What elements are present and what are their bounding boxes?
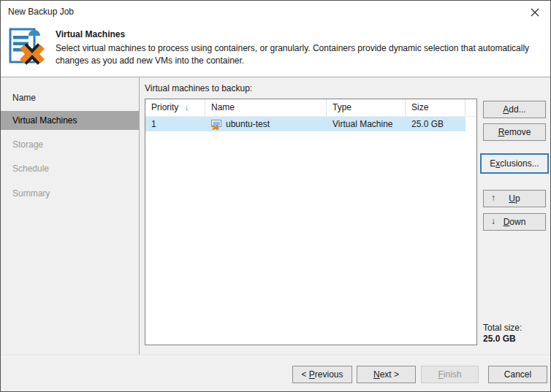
vm-list-label: Virtual machines to backup: xyxy=(145,83,252,93)
previous-button[interactable]: < Previous xyxy=(292,366,352,383)
column-label: Size xyxy=(411,102,428,112)
sidebar-item-name[interactable]: Name xyxy=(1,88,140,107)
down-arrow-icon: ↓ xyxy=(491,214,495,229)
step-description-line1: Select virtual machines to process using… xyxy=(56,42,529,55)
total-size-value: 25.0 GB xyxy=(483,334,516,344)
exclusions-button[interactable]: Exclusions... xyxy=(480,153,549,174)
wizard-steps-sidebar: Name Virtual Machines Storage Schedule S… xyxy=(1,77,140,355)
sort-desc-icon: ↓ xyxy=(184,102,189,112)
table-row[interactable]: 1 ubuntu-test Virtual Machine 25.0 GB xyxy=(145,117,466,131)
step-description: Select virtual machines to process using… xyxy=(56,42,529,67)
up-arrow-icon: ↑ xyxy=(491,191,495,206)
vm-icon xyxy=(210,118,222,130)
sidebar-item-summary[interactable]: Summary xyxy=(1,184,140,203)
column-label: Name xyxy=(211,102,235,112)
new-backup-job-dialog: New Backup Job Virtual Machines Select v… xyxy=(0,0,551,392)
sidebar-item-virtual-machines[interactable]: Virtual Machines xyxy=(1,111,140,130)
cell-type: Virtual Machine xyxy=(327,117,406,131)
cell-priority: 1 xyxy=(145,117,205,131)
move-up-button[interactable]: ↑Up xyxy=(483,190,546,207)
finish-button: Finish xyxy=(421,366,479,383)
window-title: New Backup Job xyxy=(8,1,74,23)
table-header: Priority↓ Name Type Size xyxy=(145,99,476,117)
titlebar: New Backup Job xyxy=(1,1,550,23)
add-button[interactable]: Add... xyxy=(483,101,546,118)
wizard-header: Virtual Machines Select virtual machines… xyxy=(1,23,550,77)
column-header-type[interactable]: Type xyxy=(327,99,406,116)
backup-job-icon xyxy=(7,26,46,66)
step-description-line2: changes as you add new VMs into the cont… xyxy=(56,55,529,67)
remove-button[interactable]: Remove xyxy=(483,123,546,141)
vm-table[interactable]: Priority↓ Name Type Size 1 ubuntu-test V… xyxy=(145,99,477,345)
column-header-name[interactable]: Name xyxy=(205,99,327,116)
cell-size: 25.0 GB xyxy=(406,117,466,131)
column-label: Type xyxy=(332,102,352,112)
cancel-button[interactable]: Cancel xyxy=(488,366,547,383)
sidebar-item-schedule[interactable]: Schedule xyxy=(1,159,140,178)
vm-name-text: ubuntu-test xyxy=(226,117,270,131)
step-title: Virtual Machines xyxy=(56,29,125,39)
sidebar-item-storage[interactable]: Storage xyxy=(1,135,140,154)
total-size-label: Total size: xyxy=(483,323,522,333)
column-header-priority[interactable]: Priority↓ xyxy=(145,99,205,116)
close-icon[interactable] xyxy=(528,6,542,19)
move-down-button[interactable]: ↓Down xyxy=(483,213,546,231)
next-button[interactable]: Next > xyxy=(357,366,416,383)
cell-name: ubuntu-test xyxy=(205,117,327,131)
column-header-size[interactable]: Size xyxy=(406,99,466,116)
column-label: Priority xyxy=(151,102,178,112)
